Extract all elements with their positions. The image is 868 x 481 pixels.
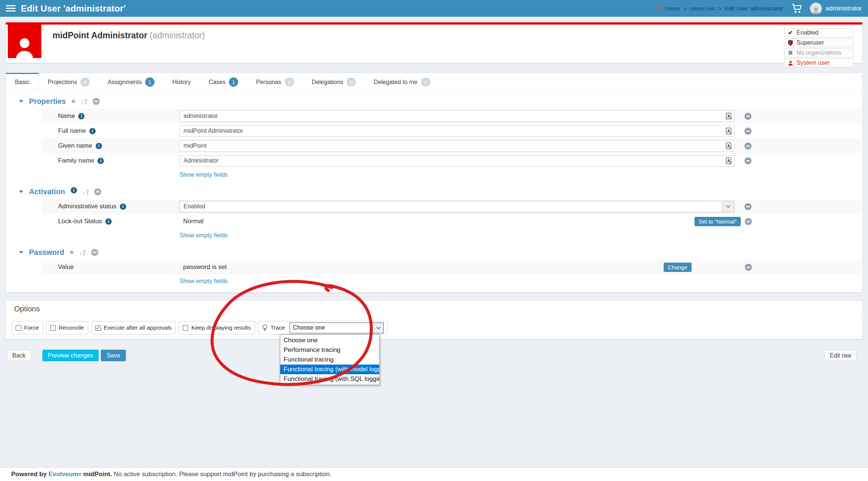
tab-projections[interactable]: Projections0 — [39, 73, 99, 90]
password-status-text: password is set — [183, 263, 227, 271]
username-label: administrator — [826, 5, 862, 12]
info-icon[interactable]: i — [105, 218, 112, 225]
breadcrumb-users[interactable]: Users — [666, 5, 680, 12]
collapse-caret-icon[interactable] — [19, 251, 23, 254]
show-empty-fields-link[interactable]: Show empty fields — [179, 232, 228, 239]
remove-value-icon[interactable] — [744, 128, 751, 135]
info-icon[interactable]: i — [71, 187, 77, 193]
remove-value-icon[interactable] — [744, 203, 751, 210]
collapse-caret-icon[interactable] — [19, 190, 23, 193]
edit-raw-button[interactable]: Edit raw — [824, 350, 857, 361]
remove-value-icon[interactable] — [744, 157, 751, 164]
trace-dropdown-list: Choose one Performance tracing Functiona… — [280, 334, 380, 385]
product-label: midPoint. — [82, 471, 112, 478]
form-row-given-name: Given namei A — [41, 138, 860, 153]
info-icon[interactable]: i — [120, 203, 126, 210]
show-empty-fields-link[interactable]: Show empty fields — [179, 278, 228, 285]
remove-section-icon[interactable] — [91, 249, 98, 256]
user-menu[interactable]: administrator — [810, 3, 862, 15]
collapse-caret-icon[interactable] — [19, 100, 23, 103]
remove-section-icon[interactable] — [94, 188, 101, 195]
edit-user-form-panel: Basic Projections0 Assignments1 History … — [6, 73, 862, 293]
force-checkbox[interactable]: Force — [12, 321, 43, 334]
remove-value-icon[interactable] — [744, 113, 751, 120]
info-icon[interactable]: i — [96, 143, 102, 149]
status-badge-no-organizations: ✖ No organizations — [784, 48, 854, 57]
form-row-administrative-status: Administrative statusi Enabled — [41, 199, 860, 214]
remove-value-icon[interactable] — [745, 264, 752, 271]
dropdown-option-functional-tracing-sql-logging[interactable]: Functional tracing (with SQL logging) — [280, 374, 379, 384]
form-row-name: Namei A — [41, 109, 860, 124]
chevron-down-icon — [722, 201, 734, 212]
family-name-input[interactable] — [179, 155, 734, 167]
polystring-language-icon[interactable]: A — [725, 112, 733, 122]
full-name-input[interactable] — [179, 125, 734, 137]
form-row-password-value: Value password is set Change — [41, 260, 860, 275]
breadcrumb-current: Edit User 'administrator' — [725, 5, 784, 12]
remove-value-icon[interactable] — [744, 142, 751, 150]
tab-count-badge: 0 — [285, 77, 294, 87]
checkbox-icon: ✓ — [95, 325, 101, 331]
tab-delegated-to-me[interactable]: Delegated to me0 — [365, 73, 439, 90]
trace-select[interactable]: Choose one — [290, 323, 384, 333]
form-row-lockout-status: Lock-out Statusi Normal Set to "Normal" — [41, 214, 860, 229]
midpoint-edit-user-page: Edit User 'administrator' Users > Users … — [0, 0, 868, 481]
trace-option-group: Trace Choose one Choose one Performance … — [258, 321, 388, 334]
sort-properties-icon[interactable]: ↓AZ — [81, 98, 87, 105]
subscription-message: No active subscription. Please support m… — [112, 471, 332, 478]
info-icon[interactable]: i — [98, 158, 104, 164]
polystring-language-icon[interactable]: A — [725, 142, 733, 151]
tab-count-badge: 1 — [229, 77, 238, 87]
status-badge-enabled: ✔ Enabled — [784, 28, 854, 37]
save-button[interactable]: Save — [101, 350, 125, 361]
sort-activation-icon[interactable]: ↓AZ — [83, 189, 89, 195]
lockout-status-value: Normal — [183, 218, 204, 225]
page-title: Edit User 'administrator' — [21, 3, 126, 14]
show-metadata-icon[interactable]: * — [71, 101, 76, 105]
evolveum-link[interactable]: Evolveum — [48, 471, 78, 478]
dropdown-option-functional-tracing-model-logging[interactable]: Functional tracing (with model logging) — [280, 365, 379, 374]
remove-value-icon[interactable] — [745, 218, 752, 225]
tab-cases[interactable]: Cases1 — [200, 73, 247, 90]
dropdown-option-performance-tracing[interactable]: Performance tracing — [280, 345, 379, 355]
info-icon[interactable]: i — [89, 128, 96, 134]
name-input[interactable] — [179, 110, 734, 122]
tab-assignments[interactable]: Assignments1 — [99, 73, 163, 90]
properties-section-header: Properties * ↓AZ — [19, 97, 862, 106]
preview-changes-button[interactable]: Preview changes — [42, 350, 99, 361]
tab-basic[interactable]: Basic — [6, 73, 39, 90]
keep-displaying-results-checkbox[interactable]: Keep displaying results — [179, 321, 255, 334]
password-section-header: Password * ↓AZ — [19, 248, 862, 257]
set-to-normal-button[interactable]: Set to "Normal" — [695, 217, 741, 226]
dropdown-option-functional-tracing[interactable]: Functional tracing — [280, 355, 379, 365]
administrative-status-select[interactable]: Enabled — [179, 201, 734, 212]
execute-after-all-approvals-checkbox[interactable]: ✓ Execute after all approvals — [91, 321, 176, 334]
remove-section-icon[interactable] — [93, 98, 100, 105]
tab-count-badge: 1 — [145, 77, 154, 87]
hamburger-menu-icon[interactable] — [6, 5, 16, 12]
dropdown-option-choose-one[interactable]: Choose one — [280, 336, 379, 345]
reconcile-checkbox[interactable]: Reconcile — [46, 321, 88, 334]
show-empty-fields-link[interactable]: Show empty fields — [179, 171, 228, 178]
change-password-button[interactable]: Change — [664, 263, 692, 272]
chevron-down-icon — [374, 323, 383, 333]
sort-password-icon[interactable]: ↓AZ — [79, 249, 86, 256]
shield-icon — [788, 40, 793, 46]
cart-icon[interactable] — [791, 3, 802, 13]
back-button[interactable]: Back — [7, 350, 31, 361]
polystring-language-icon[interactable]: A — [725, 157, 733, 166]
tab-history[interactable]: History — [163, 73, 200, 90]
avatar-icon — [810, 3, 822, 15]
options-title: Options — [6, 301, 862, 318]
svg-text:A: A — [727, 144, 730, 148]
given-name-input[interactable] — [179, 140, 734, 152]
options-panel: Options Force Reconcile ✓ Execute after … — [6, 300, 862, 339]
lightbulb-icon — [262, 324, 268, 331]
polystring-language-icon[interactable]: A — [725, 127, 733, 137]
show-metadata-icon[interactable]: * — [70, 252, 74, 256]
tab-delegations[interactable]: Delegations0 — [303, 73, 365, 90]
summary-display-name: midPoint Administrator (administrator) — [41, 25, 205, 63]
info-icon[interactable]: i — [78, 113, 84, 119]
tab-personas[interactable]: Personas0 — [247, 73, 303, 90]
breadcrumb-users-list[interactable]: Users List — [690, 5, 715, 12]
